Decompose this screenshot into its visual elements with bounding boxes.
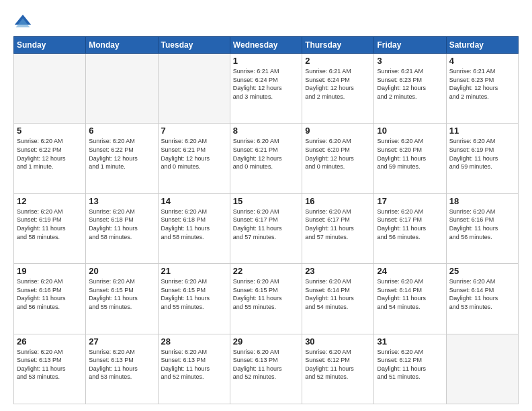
day-info: Sunrise: 6:20 AM Sunset: 6:14 PM Dayligh… [449,277,515,311]
day-info: Sunrise: 6:21 AM Sunset: 6:24 PM Dayligh… [305,67,371,101]
weekday-header-row: SundayMondayTuesdayWednesdayThursdayFrid… [14,37,519,54]
day-number: 28 [161,336,227,347]
weekday-header-monday: Monday [86,37,158,54]
calendar-day: 22Sunrise: 6:20 AM Sunset: 6:15 PM Dayli… [230,264,302,334]
day-info: Sunrise: 6:20 AM Sunset: 6:20 PM Dayligh… [377,137,443,171]
calendar-day: 16Sunrise: 6:20 AM Sunset: 6:17 PM Dayli… [302,193,374,263]
day-number: 11 [449,126,515,136]
calendar-day: 25Sunrise: 6:20 AM Sunset: 6:14 PM Dayli… [446,264,518,334]
day-number: 23 [305,266,371,276]
day-number: 18 [449,196,515,206]
day-number: 17 [377,196,443,206]
day-info: Sunrise: 6:20 AM Sunset: 6:16 PM Dayligh… [449,208,515,241]
day-number: 20 [89,266,154,276]
day-number: 5 [17,126,83,136]
calendar-table: SundayMondayTuesdayWednesdayThursdayFrid… [13,36,519,404]
day-number: 8 [233,126,299,136]
calendar-day: 30Sunrise: 6:20 AM Sunset: 6:12 PM Dayli… [302,334,374,404]
weekday-header-thursday: Thursday [302,37,374,54]
day-number: 10 [377,126,443,136]
day-info: Sunrise: 6:20 AM Sunset: 6:13 PM Dayligh… [233,348,299,381]
calendar-day: 9Sunrise: 6:20 AM Sunset: 6:20 PM Daylig… [302,124,374,193]
day-info: Sunrise: 6:20 AM Sunset: 6:17 PM Dayligh… [305,208,371,241]
calendar-day: 21Sunrise: 6:20 AM Sunset: 6:15 PM Dayli… [158,264,230,334]
calendar-week-5: 26Sunrise: 6:20 AM Sunset: 6:13 PM Dayli… [14,334,519,404]
day-info: Sunrise: 6:20 AM Sunset: 6:18 PM Dayligh… [89,208,154,241]
day-number: 12 [17,196,83,206]
day-number: 3 [377,56,443,66]
calendar-day: 28Sunrise: 6:20 AM Sunset: 6:13 PM Dayli… [158,334,230,404]
calendar-day: 2Sunrise: 6:21 AM Sunset: 6:24 PM Daylig… [302,54,374,124]
calendar-day: 8Sunrise: 6:20 AM Sunset: 6:21 PM Daylig… [230,124,302,193]
header [13,12,519,31]
calendar-day: 5Sunrise: 6:20 AM Sunset: 6:22 PM Daylig… [14,124,86,193]
day-number: 22 [233,266,299,276]
calendar-day: 23Sunrise: 6:20 AM Sunset: 6:14 PM Dayli… [302,264,374,334]
calendar-day: 3Sunrise: 6:21 AM Sunset: 6:23 PM Daylig… [374,54,446,124]
day-info: Sunrise: 6:20 AM Sunset: 6:17 PM Dayligh… [233,208,299,241]
calendar-day [158,54,230,124]
day-number: 13 [89,196,154,206]
day-number: 27 [89,336,154,347]
calendar-day [86,54,158,124]
logo [13,12,35,31]
day-number: 14 [161,196,227,206]
day-info: Sunrise: 6:20 AM Sunset: 6:22 PM Dayligh… [17,137,83,171]
calendar-day: 12Sunrise: 6:20 AM Sunset: 6:19 PM Dayli… [14,193,86,263]
calendar-day: 27Sunrise: 6:20 AM Sunset: 6:13 PM Dayli… [86,334,158,404]
calendar-week-4: 19Sunrise: 6:20 AM Sunset: 6:16 PM Dayli… [14,264,519,334]
calendar-day: 11Sunrise: 6:20 AM Sunset: 6:19 PM Dayli… [446,124,518,193]
day-info: Sunrise: 6:20 AM Sunset: 6:19 PM Dayligh… [17,208,83,241]
day-number: 30 [305,336,371,347]
day-info: Sunrise: 6:20 AM Sunset: 6:18 PM Dayligh… [161,208,227,241]
day-info: Sunrise: 6:20 AM Sunset: 6:16 PM Dayligh… [17,277,83,311]
day-number: 6 [89,126,154,136]
calendar-day: 24Sunrise: 6:20 AM Sunset: 6:14 PM Dayli… [374,264,446,334]
weekday-header-friday: Friday [374,37,446,54]
day-info: Sunrise: 6:20 AM Sunset: 6:15 PM Dayligh… [233,277,299,311]
weekday-header-wednesday: Wednesday [230,37,302,54]
calendar-day: 1Sunrise: 6:21 AM Sunset: 6:24 PM Daylig… [230,54,302,124]
logo-icon [13,12,32,31]
day-number: 2 [305,56,371,66]
day-number: 1 [233,56,299,66]
day-info: Sunrise: 6:21 AM Sunset: 6:23 PM Dayligh… [377,67,443,101]
calendar-day: 13Sunrise: 6:20 AM Sunset: 6:18 PM Dayli… [86,193,158,263]
day-info: Sunrise: 6:20 AM Sunset: 6:17 PM Dayligh… [377,208,443,241]
calendar-week-3: 12Sunrise: 6:20 AM Sunset: 6:19 PM Dayli… [14,193,519,263]
calendar-day [14,54,86,124]
day-info: Sunrise: 6:20 AM Sunset: 6:14 PM Dayligh… [305,277,371,311]
calendar-day: 4Sunrise: 6:21 AM Sunset: 6:23 PM Daylig… [446,54,518,124]
day-info: Sunrise: 6:21 AM Sunset: 6:23 PM Dayligh… [449,67,515,101]
calendar-day: 31Sunrise: 6:20 AM Sunset: 6:12 PM Dayli… [374,334,446,404]
day-info: Sunrise: 6:20 AM Sunset: 6:12 PM Dayligh… [377,348,443,381]
calendar-day: 6Sunrise: 6:20 AM Sunset: 6:22 PM Daylig… [86,124,158,193]
calendar-day: 29Sunrise: 6:20 AM Sunset: 6:13 PM Dayli… [230,334,302,404]
day-number: 15 [233,196,299,206]
day-info: Sunrise: 6:20 AM Sunset: 6:21 PM Dayligh… [233,137,299,171]
calendar-week-1: 1Sunrise: 6:21 AM Sunset: 6:24 PM Daylig… [14,54,519,124]
calendar-day: 18Sunrise: 6:20 AM Sunset: 6:16 PM Dayli… [446,193,518,263]
page: SundayMondayTuesdayWednesdayThursdayFrid… [0,0,532,411]
day-number: 31 [377,336,443,347]
day-info: Sunrise: 6:20 AM Sunset: 6:13 PM Dayligh… [17,348,83,381]
calendar-week-2: 5Sunrise: 6:20 AM Sunset: 6:22 PM Daylig… [14,124,519,193]
calendar-day: 26Sunrise: 6:20 AM Sunset: 6:13 PM Dayli… [14,334,86,404]
day-number: 29 [233,336,299,347]
day-number: 9 [305,126,371,136]
day-number: 24 [377,266,443,276]
day-info: Sunrise: 6:20 AM Sunset: 6:13 PM Dayligh… [89,348,154,381]
calendar-day: 7Sunrise: 6:20 AM Sunset: 6:21 PM Daylig… [158,124,230,193]
weekday-header-tuesday: Tuesday [158,37,230,54]
day-info: Sunrise: 6:20 AM Sunset: 6:15 PM Dayligh… [89,277,154,311]
day-info: Sunrise: 6:20 AM Sunset: 6:20 PM Dayligh… [305,137,371,171]
calendar-day: 20Sunrise: 6:20 AM Sunset: 6:15 PM Dayli… [86,264,158,334]
day-number: 19 [17,266,83,276]
day-number: 26 [17,336,83,347]
weekday-header-saturday: Saturday [446,37,518,54]
day-info: Sunrise: 6:20 AM Sunset: 6:22 PM Dayligh… [89,137,154,171]
day-number: 25 [449,266,515,276]
day-info: Sunrise: 6:20 AM Sunset: 6:14 PM Dayligh… [377,277,443,311]
day-info: Sunrise: 6:20 AM Sunset: 6:21 PM Dayligh… [161,137,227,171]
calendar-day: 10Sunrise: 6:20 AM Sunset: 6:20 PM Dayli… [374,124,446,193]
